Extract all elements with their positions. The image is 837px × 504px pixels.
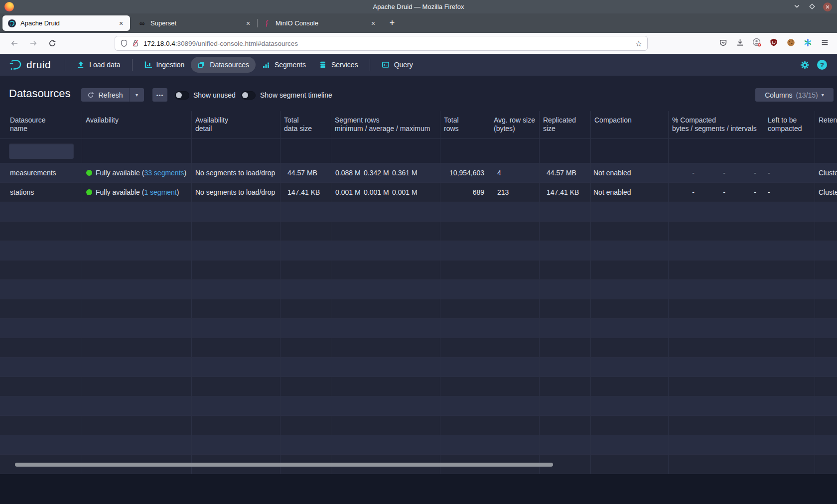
- cell-compaction: [591, 280, 669, 299]
- window-maximize-diamond-button[interactable]: [808, 2, 817, 11]
- cell-replicated_size: [540, 222, 591, 241]
- cell-compaction: [591, 396, 669, 415]
- cell-left_to_be_compacted: [764, 241, 815, 260]
- cell-segment_rows: 0.088 M0.342 M0.361 M: [331, 163, 440, 182]
- horizontal-scrollbar[interactable]: [15, 463, 553, 467]
- forward-button[interactable]: [26, 36, 41, 51]
- nav-item-ingestion[interactable]: Ingestion: [138, 57, 191, 73]
- shield-icon[interactable]: [120, 39, 128, 47]
- column-header-total-data-size[interactable]: Totaldata size: [280, 111, 331, 138]
- datasource-row-stations[interactable]: stationsFully available(1 segment)No seg…: [0, 183, 837, 202]
- cell-retention: [815, 241, 837, 260]
- extension-button[interactable]: [800, 36, 815, 51]
- more-actions-button[interactable]: •••: [152, 88, 167, 102]
- nav-item-segments[interactable]: Segments: [256, 57, 312, 73]
- segments-link[interactable]: 33 segments: [144, 169, 184, 177]
- column-header-retention[interactable]: Retention: [815, 111, 837, 138]
- cell-retention: Cluster default: [815, 183, 837, 202]
- cell-segment_rows: [331, 299, 440, 318]
- new-tab-button[interactable]: +: [385, 16, 399, 30]
- cell-name: [0, 358, 82, 377]
- refresh-dropdown-button[interactable]: ▾: [129, 88, 144, 102]
- druid-mark-icon: [9, 59, 23, 71]
- column-header-replicated-size[interactable]: Replicatedsize: [540, 111, 591, 138]
- cell-segment_rows: [331, 338, 440, 357]
- cell-availability: [82, 241, 192, 260]
- column-header-line: Availability: [86, 116, 188, 125]
- bookmark-star-icon[interactable]: ☆: [635, 39, 642, 48]
- url-bar[interactable]: 172.18.0.4:30899/unified-console.html#da…: [115, 36, 648, 51]
- datasource-name[interactable]: measurements: [10, 169, 56, 177]
- datasource-name[interactable]: stations: [10, 188, 34, 196]
- cookie-button[interactable]: [783, 36, 798, 51]
- column-header-line: % Compacted: [672, 116, 760, 125]
- refresh-button[interactable]: Refresh: [81, 88, 129, 102]
- column-header-total-rows[interactable]: Totalrows: [440, 111, 490, 138]
- column-header-availability-detail[interactable]: Availabilitydetail: [192, 111, 280, 138]
- column-header-compacted-bytes-segments-intervals[interactable]: % Compactedbytes / segments / intervals: [669, 111, 764, 138]
- cell-total_data_size: [280, 435, 331, 454]
- column-header-line: Segment rows: [335, 116, 436, 125]
- column-header-line: name: [10, 125, 78, 133]
- cell-retention: [815, 338, 837, 357]
- pct-compacted-value: -: [669, 188, 699, 196]
- cell-total_data_size: [280, 222, 331, 241]
- minio-favicon-icon: [263, 19, 271, 27]
- reload-button[interactable]: [45, 36, 60, 51]
- cell-retention: [815, 416, 837, 435]
- cell-name: [0, 416, 82, 435]
- column-header-datasource-name[interactable]: Datasourcename: [0, 111, 82, 138]
- nav-item-services[interactable]: Services: [312, 57, 365, 73]
- columns-count: (13/15): [796, 91, 818, 99]
- column-header-left-to-be-compacted[interactable]: Left to becompacted: [764, 111, 815, 138]
- nav-item-load-data[interactable]: Load data: [70, 57, 127, 73]
- help-icon[interactable]: ?: [817, 60, 827, 70]
- tab-superset[interactable]: ∞Superset×: [133, 15, 257, 31]
- columns-picker-button[interactable]: Columns (13/15) ▾: [755, 88, 834, 102]
- druid-logo[interactable]: druid: [9, 59, 51, 71]
- cell-left_to_be_compacted: [764, 358, 815, 377]
- window-close-button[interactable]: [823, 2, 832, 11]
- cell-availability: [82, 435, 192, 454]
- datasource-row-measurements[interactable]: measurementsFully available(33 segments)…: [0, 163, 837, 183]
- show-segment-timeline-toggle[interactable]: [241, 91, 256, 100]
- tab-minio-console[interactable]: MinIO Console×: [258, 15, 382, 31]
- pocket-button[interactable]: [715, 36, 730, 51]
- cell-availability_detail: No segments to load/drop: [192, 163, 280, 182]
- segments-link[interactable]: 1 segment: [144, 188, 176, 196]
- column-header-segment-rows-minimum-average-maximum[interactable]: Segment rowsminimum / average / maximum: [331, 111, 440, 138]
- cell-total_rows: [440, 377, 490, 396]
- tab-close-icon[interactable]: ×: [116, 18, 126, 28]
- nav-item-datasources[interactable]: Datasources: [191, 57, 256, 73]
- cell-pct_compacted: [669, 202, 764, 221]
- menu-button[interactable]: [817, 36, 832, 51]
- tab-title: Apache Druid: [20, 19, 116, 27]
- show-unused-toggle[interactable]: [175, 91, 189, 100]
- back-button[interactable]: [7, 36, 22, 51]
- tab-close-icon[interactable]: ×: [368, 18, 378, 28]
- column-header-avg-row-size-bytes[interactable]: Avg. row size(bytes): [490, 111, 540, 138]
- download-button[interactable]: [732, 36, 747, 51]
- cell-name: [0, 222, 82, 241]
- insecure-lock-icon[interactable]: [132, 39, 140, 47]
- cell-left_to_be_compacted: [764, 260, 815, 279]
- cell-availability: [82, 396, 192, 415]
- account-button[interactable]: [749, 36, 764, 51]
- superset-favicon-icon: ∞: [138, 19, 146, 27]
- cell-total_rows: [440, 338, 490, 357]
- column-header-availability[interactable]: Availability: [82, 111, 192, 138]
- segments-icon: [262, 61, 270, 69]
- tab-apache-druid[interactable]: Apache Druid×: [2, 15, 130, 31]
- cell-avg_row_size: [490, 319, 540, 338]
- close-icon: [825, 2, 830, 11]
- url-text[interactable]: 172.18.0.4:30899/unified-console.html#da…: [143, 40, 635, 47]
- window-chevron-down-button[interactable]: [792, 2, 801, 11]
- ublock-origin-button[interactable]: [766, 36, 781, 51]
- tab-close-icon[interactable]: ×: [243, 18, 253, 28]
- nav-item-query[interactable]: Query: [375, 57, 419, 73]
- column-header-compaction[interactable]: Compaction: [591, 111, 669, 138]
- nav-item-label: Services: [331, 61, 358, 69]
- datasource-filter-input[interactable]: [9, 143, 74, 159]
- caret-down-icon: ▾: [136, 92, 138, 98]
- settings-gear-icon[interactable]: [800, 60, 810, 70]
